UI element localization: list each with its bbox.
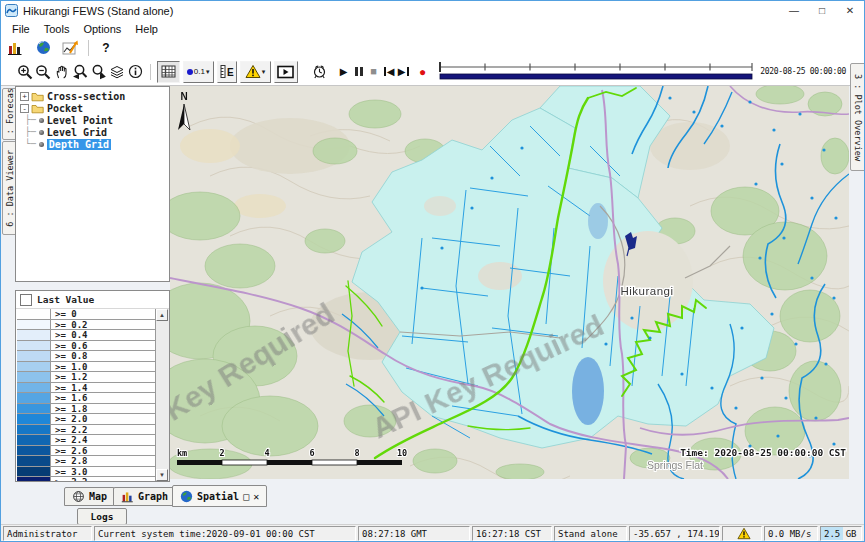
zoom-next-icon [90,64,107,80]
timeseries-display-button[interactable] [60,38,82,58]
tab-map[interactable]: Map [64,487,115,506]
tab-close-icon[interactable]: ✕ [253,491,259,502]
logs-tab[interactable]: Logs [77,508,127,525]
legend-scrollbar[interactable]: ▲ ▼ [155,309,169,481]
menu-help[interactable]: Help [128,22,165,36]
zoom-in-button[interactable] [16,62,34,82]
tab-graph[interactable]: Graph [113,487,176,506]
legend-row[interactable]: >= 1.4 [17,383,155,394]
play-button[interactable]: ▶ [336,62,351,82]
scale-tick: 4 [264,448,269,458]
maximize-button[interactable]: □ [808,1,836,20]
expand-icon[interactable]: + [20,92,29,101]
legend-row[interactable]: >= 1.2 [17,372,155,383]
chevron-down-icon: ▾ [262,68,266,76]
tree-item-label: Pocket [47,103,83,114]
legend-row[interactable]: >= 2.6 [17,446,155,457]
legend-row-label: >= 2.2 [51,425,88,435]
stop-button[interactable]: ■ [366,62,381,82]
legend-row[interactable]: >= 1.6 [17,393,155,404]
scale-unit: km [177,448,187,458]
help-icon: ? [102,42,109,54]
main-area: 5 : Forecast 6 : Data Viewer + Cross-sec… [1,86,864,484]
toolbar-separator [88,40,89,56]
classbreak-value-button[interactable]: 0.1 ▾ [183,61,214,83]
layers-button[interactable] [108,62,126,82]
pause-icon [355,67,363,76]
record-button[interactable]: ● [415,62,430,82]
legend-row[interactable]: >= 1.8 [17,404,155,415]
skip-end-icon: ▶ [398,67,406,77]
legend-row-label: >= 2.0 [51,414,88,424]
tree-item-depth-grid[interactable]: └─ Depth Grid [16,138,169,150]
globe-icon [180,490,193,503]
legend-row[interactable]: >= 3.2 [17,477,155,481]
legend-row[interactable]: >= 2.2 [17,425,155,436]
legend-row[interactable]: >= 3.0 [17,467,155,478]
animation-timer-button[interactable] [310,62,328,82]
scroll-up-button[interactable]: ▲ [156,309,168,321]
bar-icon [384,67,386,76]
bar-chart-icon [121,490,134,503]
skip-end-button[interactable]: ▶ [396,62,411,82]
tree-item-level-grid[interactable]: ├─ Level Grid [16,126,169,138]
north-label: N [180,91,187,102]
explorer-chart-button[interactable] [4,38,26,58]
minimize-button[interactable]: — [780,1,808,20]
scroll-down-button[interactable]: ▼ [156,469,168,481]
tree-item-level-point[interactable]: ├─ Level Point [16,114,169,126]
legend-row[interactable]: >= 2.4 [17,435,155,446]
last-value-checkbox[interactable] [20,294,32,306]
dock-tab-plot-overview[interactable]: 3 : Plot Overview [850,63,865,171]
classbreak-value: 0.1 [194,67,205,76]
zoom-out-button[interactable] [34,62,52,82]
menu-tools[interactable]: Tools [37,22,77,36]
tree-item-cross-section[interactable]: + Cross-section [16,90,169,102]
menu-options[interactable]: Options [76,22,128,36]
warning-triangle-icon [245,64,261,79]
app-icon [5,4,18,17]
tab-graph-label: Graph [138,491,168,502]
filter-tree-panel: + Cross-section - Pocket ├─ Level Point … [15,86,170,282]
status-bar: Administrator Current system time:2020-0… [1,524,864,542]
skip-start-button[interactable]: ◀ [381,62,396,82]
grid-display-button[interactable] [157,61,180,83]
map-time-label: Time: 2020-08-25 00:00:00 CST [680,447,846,458]
legend-row[interactable]: >= 2.8 [17,456,155,467]
legend-row[interactable]: >= 1.0 [17,362,155,373]
legend-row[interactable]: >= 0.8 [17,351,155,362]
zoom-previous-button[interactable] [71,62,89,82]
last-value-label: Last Value [37,294,94,305]
chevron-down-icon: ▾ [206,68,210,76]
info-button[interactable] [126,62,144,82]
tab-restore-icon[interactable]: □ [243,491,249,502]
app-window: Hikurangi FEWS (Stand alone) — □ ✕ File … [0,0,865,542]
help-button[interactable]: ? [95,38,117,58]
collapse-icon[interactable]: - [20,104,29,113]
map-display-button[interactable] [32,38,54,58]
legend-row[interactable]: >= 0.4 [17,330,155,341]
legend-list: >= 0>= 0.2>= 0.4>= 0.6>= 0.8>= 1.0>= 1.2… [17,309,156,481]
zoom-next-button[interactable] [89,62,107,82]
spatial-map[interactable]: API Key Required API Key Required Hikura… [170,86,849,479]
legend-row[interactable]: >= 2.0 [17,414,155,425]
bar-chart-icon [7,40,23,56]
animation-window-button[interactable] [274,61,298,83]
legend-row[interactable]: >= 0.2 [17,320,155,331]
menu-file[interactable]: File [5,22,37,36]
tree-item-pocket[interactable]: - Pocket [16,102,169,114]
thresholds-button[interactable]: ▾ [240,61,271,83]
timeseries-icon [62,40,80,56]
time-slider[interactable] [438,59,756,85]
legend-row[interactable]: >= 0 [17,309,155,320]
legend-swatch [17,414,51,424]
pause-button[interactable] [351,62,366,82]
close-button[interactable]: ✕ [836,1,864,20]
tab-spatial-active[interactable]: Spatial □ ✕ [172,485,267,507]
pan-button[interactable] [53,62,71,82]
status-warning[interactable] [722,526,762,541]
legend-row[interactable]: >= 0.6 [17,341,155,352]
legend-swatch [17,320,51,330]
legend-row-label: >= 0 [51,309,77,319]
scale-ruler-button[interactable]: E [217,61,237,83]
